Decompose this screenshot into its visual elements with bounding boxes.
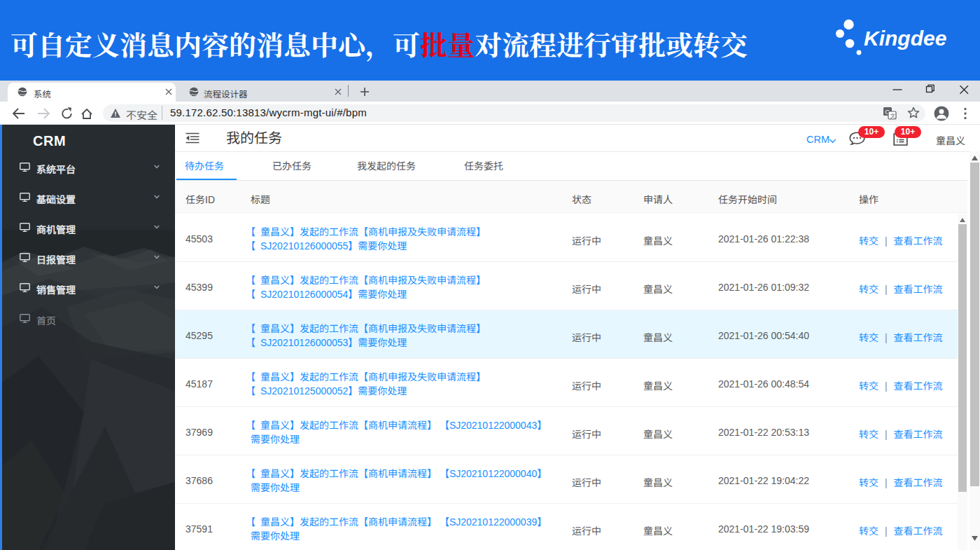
svg-text:文: 文 xyxy=(890,113,896,119)
svg-text:Kingdee: Kingdee xyxy=(864,27,946,50)
